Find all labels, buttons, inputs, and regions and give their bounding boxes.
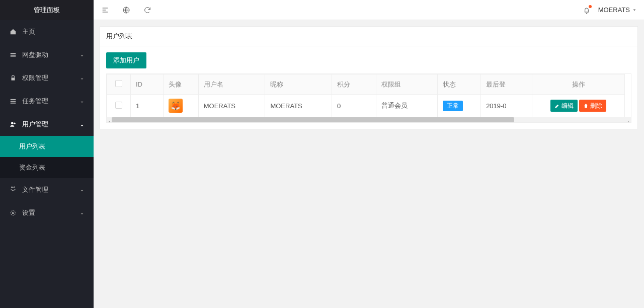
row-checkbox[interactable] <box>115 102 122 109</box>
chevron-down-icon <box>632 8 637 13</box>
cell-group: 普通会员 <box>376 95 438 117</box>
svg-rect-0 <box>11 53 16 54</box>
th-avatar: 头像 <box>164 74 198 95</box>
edit-button[interactable]: 编辑 <box>550 100 578 112</box>
cell-nickname: MOERATS <box>265 95 332 117</box>
sidebar-item-label: 文件管理 <box>22 185 48 194</box>
sidebar-item-label: 任务管理 <box>22 97 48 106</box>
th-id: ID <box>130 74 163 95</box>
brand-title: 管理面板 <box>0 0 94 20</box>
sidebar-item-files[interactable]: 文件管理 <box>0 178 94 201</box>
chevron-down-icon <box>79 52 85 57</box>
sidebar-item-settings[interactable]: 设置 <box>0 201 94 224</box>
refresh-icon[interactable] <box>143 6 152 15</box>
cell-username: MOERATS <box>198 95 265 117</box>
table-row: 1 🦊 MOERATS MOERATS 0 普通会员 正常 2019-0 <box>107 95 625 117</box>
svg-rect-5 <box>11 103 16 104</box>
table-scroll-container[interactable]: ID 头像 用户名 昵称 积分 权限组 状态 最后登 操作 <box>106 73 631 123</box>
scroll-left-icon[interactable] <box>107 118 111 122</box>
cell-id: 1 <box>130 95 163 117</box>
th-ops: 操作 <box>532 74 625 95</box>
user-table: ID 头像 用户名 昵称 积分 权限组 状态 最后登 操作 <box>107 74 625 117</box>
menu-toggle-icon[interactable] <box>101 6 110 15</box>
select-all-checkbox[interactable] <box>115 80 122 87</box>
panel-title: 用户列表 <box>100 27 637 46</box>
globe-icon[interactable] <box>122 6 131 15</box>
sidebar-item-tasks[interactable]: 任务管理 <box>0 90 94 113</box>
th-username: 用户名 <box>198 74 265 95</box>
sidebar-item-label: 主页 <box>22 27 35 36</box>
sidebar-subitem-user-list[interactable]: 用户列表 <box>0 136 94 157</box>
chevron-up-icon <box>79 122 85 127</box>
chevron-down-icon <box>79 187 85 192</box>
tasks-icon <box>9 97 17 105</box>
sidebar-item-home[interactable]: 主页 <box>0 20 94 43</box>
chevron-down-icon <box>79 75 85 81</box>
sidebar-item-label: 网盘驱动 <box>22 50 48 59</box>
svg-rect-1 <box>11 55 16 56</box>
cell-points: 0 <box>332 95 376 117</box>
sidebar-subitem-fund-list[interactable]: 资金列表 <box>0 157 94 178</box>
notification-dot <box>589 5 592 8</box>
th-group: 权限组 <box>376 74 438 95</box>
scroll-thumb[interactable] <box>112 117 514 122</box>
svg-point-7 <box>14 123 16 125</box>
user-menu[interactable]: MOERATS <box>598 6 637 14</box>
user-name: MOERATS <box>598 6 630 14</box>
pencil-icon <box>554 103 560 109</box>
topbar: MOERATS <box>94 0 644 20</box>
gear-icon <box>9 209 17 217</box>
svg-rect-4 <box>11 101 16 102</box>
cell-lastlogin: 2019-0 <box>481 95 532 117</box>
sidebar-item-label: 权限管理 <box>22 73 48 83</box>
notifications-icon[interactable] <box>582 6 591 15</box>
th-status: 状态 <box>438 74 481 95</box>
chevron-down-icon <box>79 210 85 215</box>
users-icon <box>9 120 17 128</box>
svg-point-8 <box>12 212 14 214</box>
svg-rect-2 <box>12 78 15 80</box>
chevron-down-icon <box>79 99 85 104</box>
home-icon <box>9 28 17 36</box>
lock-icon <box>9 74 17 82</box>
main-area: MOERATS 用户列表 添加用户 <box>94 0 644 308</box>
delete-button[interactable]: 删除 <box>579 100 606 112</box>
sidebar-item-label: 设置 <box>22 208 35 217</box>
cell-avatar: 🦊 <box>164 95 198 117</box>
sidebar-submenu-users: 用户列表 资金列表 <box>0 136 94 178</box>
panel-user-list: 用户列表 添加用户 <box>100 26 638 129</box>
sidebar-item-permissions[interactable]: 权限管理 <box>0 66 94 90</box>
sidebar: 管理面板 主页 网盘驱动 权限管理 任务管理 <box>0 0 94 308</box>
svg-point-6 <box>11 122 14 124</box>
th-nickname: 昵称 <box>265 74 332 95</box>
drive-icon <box>9 51 17 59</box>
sidebar-item-users[interactable]: 用户管理 <box>0 113 94 136</box>
files-icon <box>9 186 17 194</box>
cell-ops: 编辑 删除 <box>532 95 625 117</box>
add-user-button[interactable]: 添加用户 <box>106 52 146 68</box>
th-lastlogin: 最后登 <box>481 74 532 95</box>
sidebar-item-drive[interactable]: 网盘驱动 <box>0 43 94 66</box>
scroll-right-icon[interactable] <box>626 118 630 122</box>
cell-status: 正常 <box>438 95 481 117</box>
trash-icon <box>583 103 589 109</box>
svg-rect-3 <box>11 99 16 100</box>
th-points: 积分 <box>332 74 376 95</box>
avatar: 🦊 <box>169 99 183 113</box>
sidebar-item-label: 用户管理 <box>22 120 48 129</box>
status-badge: 正常 <box>443 101 463 111</box>
horizontal-scrollbar[interactable] <box>107 117 631 122</box>
